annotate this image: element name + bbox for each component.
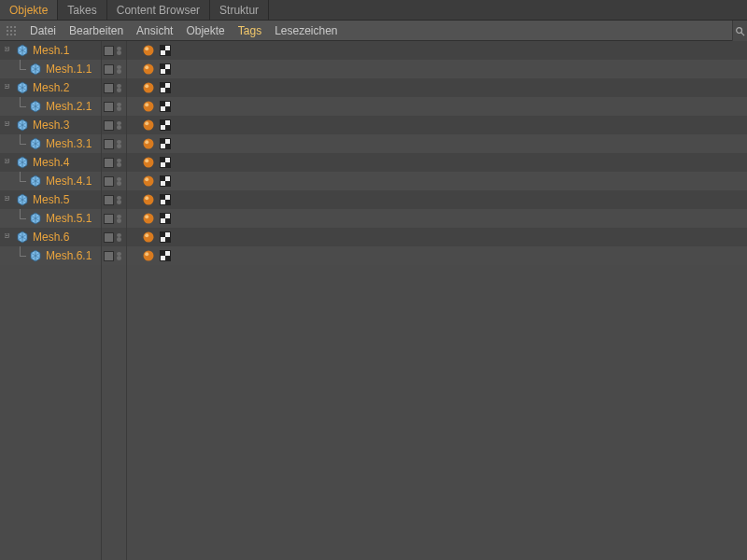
layer-color-icon[interactable] — [104, 64, 114, 75]
phong-tag-icon[interactable] — [142, 81, 155, 94]
visibility-toggles[interactable] — [101, 78, 127, 97]
visibility-toggles[interactable] — [101, 246, 127, 265]
object-name[interactable]: Mesh.3 — [33, 119, 69, 132]
phong-tag-icon[interactable] — [142, 63, 155, 76]
collapse-icon[interactable] — [4, 158, 13, 167]
collapse-icon[interactable] — [4, 195, 13, 204]
visibility-toggles[interactable] — [101, 172, 127, 190]
uvw-tag-icon[interactable] — [159, 119, 172, 132]
phong-tag-icon[interactable] — [142, 175, 155, 188]
layer-color-icon[interactable] — [104, 158, 114, 168]
uvw-tag-icon[interactable] — [159, 63, 172, 76]
object-name[interactable]: Mesh.2.1 — [46, 100, 92, 113]
search-icon[interactable] — [732, 21, 747, 41]
object-name[interactable]: Mesh.1 — [33, 44, 69, 57]
menu-view[interactable]: Ansicht — [136, 24, 173, 37]
object-row[interactable]: Mesh.2 — [0, 78, 747, 97]
tab-objects[interactable]: Objekte — [0, 0, 58, 20]
phong-tag-icon[interactable] — [142, 212, 155, 225]
object-name[interactable]: Mesh.5 — [33, 193, 69, 206]
uvw-tag-icon[interactable] — [159, 44, 172, 57]
phong-tag-icon[interactable] — [142, 119, 155, 132]
phong-tag-icon[interactable] — [142, 44, 155, 57]
object-row[interactable]: Mesh.3 — [0, 116, 747, 134]
uvw-tag-icon[interactable] — [159, 175, 172, 188]
phong-tag-icon[interactable] — [142, 100, 155, 113]
object-row[interactable]: Mesh.6.1 — [0, 246, 747, 265]
visibility-dots-icon[interactable] — [117, 120, 124, 131]
object-row[interactable]: Mesh.6 — [0, 228, 747, 246]
uvw-tag-icon[interactable] — [159, 212, 172, 225]
layer-color-icon[interactable] — [104, 102, 114, 112]
object-row[interactable]: Mesh.4.1 — [0, 172, 747, 190]
visibility-toggles[interactable] — [101, 41, 127, 60]
collapse-icon[interactable] — [4, 120, 13, 130]
visibility-dots-icon[interactable] — [117, 139, 124, 149]
uvw-tag-icon[interactable] — [159, 231, 172, 244]
object-row[interactable]: Mesh.2.1 — [0, 97, 747, 116]
visibility-toggles[interactable] — [101, 190, 127, 209]
object-name[interactable]: Mesh.6 — [33, 231, 69, 244]
layer-color-icon[interactable] — [104, 251, 114, 261]
object-name[interactable]: Mesh.3.1 — [46, 137, 92, 150]
object-name[interactable]: Mesh.5.1 — [46, 212, 92, 225]
layer-color-icon[interactable] — [104, 176, 114, 187]
menu-objects[interactable]: Objekte — [186, 24, 224, 37]
layer-color-icon[interactable] — [104, 232, 114, 243]
visibility-dots-icon[interactable] — [117, 83, 124, 93]
object-row[interactable]: Mesh.3.1 — [0, 134, 747, 153]
tab-structure[interactable]: Struktur — [210, 0, 269, 20]
layer-color-icon[interactable] — [104, 120, 114, 131]
phong-tag-icon[interactable] — [142, 137, 155, 150]
object-row[interactable]: Mesh.1.1 — [0, 60, 747, 78]
visibility-toggles[interactable] — [101, 97, 127, 116]
object-row[interactable]: Mesh.4 — [0, 153, 747, 172]
visibility-toggles[interactable] — [101, 60, 127, 78]
collapse-icon[interactable] — [4, 83, 13, 92]
visibility-dots-icon[interactable] — [117, 64, 124, 75]
layer-color-icon[interactable] — [104, 139, 114, 149]
tab-takes[interactable]: Takes — [58, 0, 106, 20]
layer-color-icon[interactable] — [104, 195, 114, 205]
uvw-tag-icon[interactable] — [159, 137, 172, 150]
uvw-tag-icon[interactable] — [159, 249, 172, 262]
object-row[interactable]: Mesh.1 — [0, 41, 747, 60]
layer-color-icon[interactable] — [104, 214, 114, 224]
visibility-toggles[interactable] — [101, 209, 127, 228]
menu-file[interactable]: Datei — [30, 24, 56, 37]
menu-tags[interactable]: Tags — [238, 24, 261, 37]
tab-content-browser[interactable]: Content Browser — [107, 0, 210, 20]
object-row[interactable]: Mesh.5.1 — [0, 209, 747, 228]
phong-tag-icon[interactable] — [142, 249, 155, 262]
object-name[interactable]: Mesh.1.1 — [46, 63, 92, 76]
phong-tag-icon[interactable] — [142, 156, 155, 169]
visibility-toggles[interactable] — [101, 228, 127, 246]
visibility-dots-icon[interactable] — [117, 214, 124, 224]
visibility-dots-icon[interactable] — [117, 232, 124, 243]
visibility-dots-icon[interactable] — [117, 195, 124, 205]
collapse-icon[interactable] — [4, 232, 13, 242]
uvw-tag-icon[interactable] — [159, 81, 172, 94]
phong-tag-icon[interactable] — [142, 231, 155, 244]
object-name[interactable]: Mesh.4.1 — [46, 175, 92, 188]
visibility-dots-icon[interactable] — [117, 46, 124, 56]
menu-edit[interactable]: Bearbeiten — [69, 24, 123, 37]
visibility-dots-icon[interactable] — [117, 158, 124, 168]
uvw-tag-icon[interactable] — [159, 156, 172, 169]
uvw-tag-icon[interactable] — [159, 193, 172, 206]
layer-color-icon[interactable] — [104, 83, 114, 93]
object-name[interactable]: Mesh.4 — [33, 156, 69, 169]
visibility-dots-icon[interactable] — [117, 176, 124, 187]
visibility-dots-icon[interactable] — [117, 251, 124, 261]
phong-tag-icon[interactable] — [142, 193, 155, 206]
visibility-toggles[interactable] — [101, 134, 127, 153]
visibility-dots-icon[interactable] — [117, 102, 124, 112]
menu-bookmarks[interactable]: Lesezeichen — [275, 24, 337, 37]
layer-color-icon[interactable] — [104, 46, 114, 56]
object-name[interactable]: Mesh.6.1 — [46, 249, 92, 262]
visibility-toggles[interactable] — [101, 153, 127, 172]
panel-grip-icon[interactable] — [6, 25, 17, 36]
collapse-icon[interactable] — [4, 46, 13, 55]
visibility-toggles[interactable] — [101, 116, 127, 134]
object-name[interactable]: Mesh.2 — [33, 81, 69, 94]
